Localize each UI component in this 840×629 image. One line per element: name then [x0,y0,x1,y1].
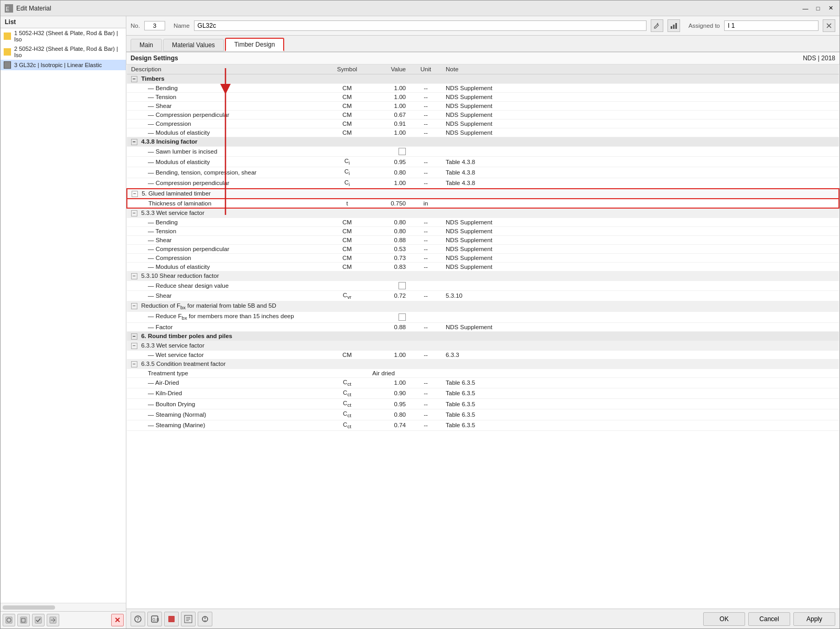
table-row: Treatment type Air dried [127,368,839,377]
col-header-value: Value [368,64,410,74]
list-item-label-1: 1 5052-H32 (Sheet & Plate, Rod & Bar) | … [14,30,123,42]
collapse-shear-reduction[interactable]: − [131,273,137,279]
list-delete-button[interactable]: ✕ [111,614,124,626]
table-row: — Tension CM 1.00 -- NDS Supplement [127,92,839,101]
list-item[interactable]: 3 GL32c | Isotropic | Linear Elastic [1,60,126,70]
row-unit: -- [410,83,441,92]
footer-icon-1[interactable]: ? [131,612,145,626]
checkbox-shear[interactable] [399,282,406,289]
header-assigned: Assigned to [688,19,835,32]
list-item-color-1 [4,32,11,40]
collapse-incising[interactable]: − [131,139,137,145]
apply-button[interactable]: Apply [793,612,835,626]
list-toolbar: ✕ [1,611,126,628]
tabs-row: Main Material Values Timber Design [126,36,839,52]
edit-icon-button[interactable] [651,19,663,32]
main-content: List 1 5052-H32 (Sheet & Plate, Rod & Ba… [1,16,839,628]
table-row: — Compression perpendicular CM 0.67 -- N… [127,110,839,119]
table-row: — Modulus of elasticity Ci 0.95 -- Table… [127,156,839,167]
collapse-timbers[interactable]: − [131,76,137,82]
assigned-label: Assigned to [688,23,720,29]
svg-text:E: E [6,6,9,12]
table-row: — Shear Cvr 0.72 -- 5.3.10 [127,290,839,301]
collapse-glued[interactable]: − [132,191,138,197]
header-row: No. Name Assigned to [126,16,839,36]
table-row: — Shear CM 1.00 -- NDS Supplement [127,101,839,110]
footer-buttons: OK Cancel Apply [703,612,835,626]
col-header-symbol: Symbol [326,64,368,74]
chart-icon-button[interactable] [667,19,680,32]
table-row: — Reduce shear design value [127,280,839,290]
list-hscrollbar[interactable] [1,603,126,611]
table-row: — Bending CM 0.80 -- NDS Supplement [127,218,839,226]
row-desc: — Bending [127,83,326,92]
maximize-button[interactable]: □ [813,4,823,13]
row-sym: CM [326,83,368,92]
footer-icon-5[interactable] [198,612,212,626]
table-row: — Compression perpendicular Ci 1.00 -- T… [127,178,839,189]
table-row: — Steaming (Normal) Cct 0.80 -- Table 6.… [127,409,839,420]
list-header: List [1,16,126,28]
section-633: − 6.3.3 Wet service factor [127,341,839,350]
header-no: No. [131,21,165,30]
table-row: — Modulus of elasticity CM 1.00 -- NDS S… [127,128,839,137]
assigned-close-button[interactable] [823,19,835,32]
no-input[interactable] [144,21,165,30]
app-icon: E [5,4,13,13]
cancel-button[interactable]: Cancel [748,612,790,626]
svg-line-9 [657,23,658,24]
footer-icons: ? 0.0 [131,612,212,626]
list-check-button[interactable] [32,614,45,626]
close-button[interactable]: ✕ [826,4,835,13]
svg-text:?: ? [136,616,139,622]
table-row: — Steaming (Marine) Cct 0.74 -- Table 6.… [127,420,839,430]
design-area: Design Settings NDS | 2018 Description S… [126,52,839,609]
list-item-label-2: 2 5052-H32 (Sheet & Plate, Rod & Bar) | … [14,46,123,58]
design-settings-title: Design Settings [131,55,178,62]
svg-rect-6 [35,617,41,623]
collapse-fbx[interactable]: − [131,303,137,309]
collapse-633[interactable]: − [131,343,137,349]
footer: ? 0.0 OK Can [126,609,839,628]
checkbox-fbx[interactable] [399,313,406,321]
tab-material-values[interactable]: Material Values [163,39,224,51]
titlebar: E Edit Material — □ ✕ [1,1,839,16]
list-item-color-2 [4,48,11,56]
footer-icon-4[interactable] [181,612,196,626]
minimize-button[interactable]: — [801,4,810,13]
svg-rect-10 [671,26,672,29]
col-header-description: Description [127,64,326,74]
table-row: — Tension CM 0.80 -- NDS Supplement [127,226,839,235]
list-assign-button[interactable] [47,614,59,626]
list-item[interactable]: 2 5052-H32 (Sheet & Plate, Rod & Bar) | … [1,44,126,60]
table-row: — Factor 0.88 -- NDS Supplement [127,322,839,331]
svg-rect-11 [673,25,674,29]
tab-main[interactable]: Main [131,39,162,51]
table-row: — Bending CM 1.00 -- NDS Supplement [127,83,839,92]
table-row: — Compression CM 0.73 -- NDS Supplement [127,253,839,262]
assigned-input[interactable] [724,20,819,31]
table-row: — Bending, tension, compression, shear C… [127,167,839,178]
table-row: — Compression perpendicular CM 0.53 -- N… [127,244,839,253]
list-add-button[interactable] [3,614,15,626]
section-round-timber: − 6. Round timber poles and piles [127,331,839,341]
collapse-round-timber[interactable]: − [131,333,137,340]
section-incising: − 4.3.8 Incising factor [127,137,839,146]
list-items-container: 1 5052-H32 (Sheet & Plate, Rod & Bar) | … [1,28,126,603]
collapse-wet-service[interactable]: − [131,210,137,216]
checkbox-sawn[interactable] [399,148,406,155]
name-input[interactable] [194,20,647,31]
list-copy-button[interactable] [17,614,30,626]
table-row: — Boulton Drying Cct 0.95 -- Table 6.3.5 [127,399,839,409]
list-item-label-3: 3 GL32c | Isotropic | Linear Elastic [14,62,102,68]
table-row: — Shear CM 0.88 -- NDS Supplement [127,235,839,244]
right-panel: No. Name Assigned to [126,16,839,628]
ok-button[interactable]: OK [703,612,745,626]
tab-timber-design[interactable]: Timber Design [225,38,285,51]
footer-icon-2[interactable]: 0.0 [147,612,162,626]
header-name-section: Name [174,19,680,32]
collapse-635[interactable]: − [131,361,137,367]
footer-icon-3[interactable] [164,612,179,626]
list-item[interactable]: 1 5052-H32 (Sheet & Plate, Rod & Bar) | … [1,28,126,44]
table-row: — Kiln-Dried Cct 0.90 -- Table 6.3.5 [127,388,839,398]
